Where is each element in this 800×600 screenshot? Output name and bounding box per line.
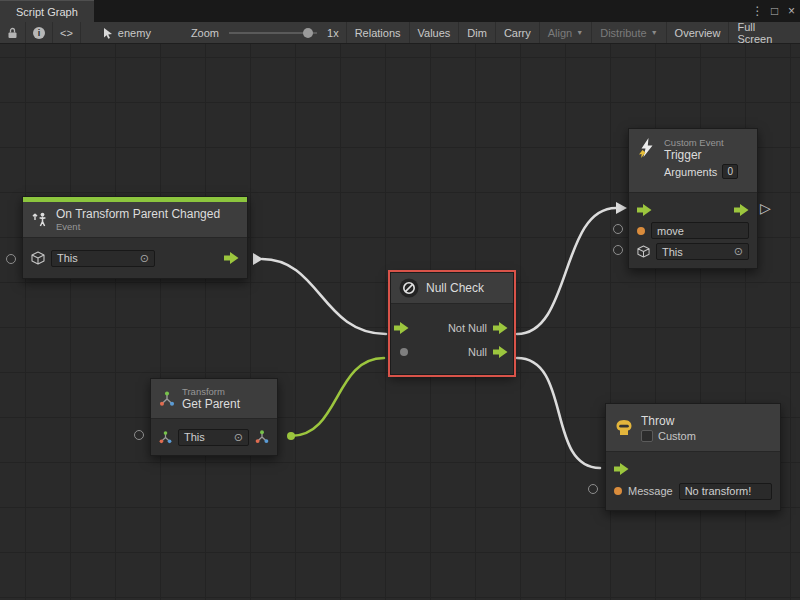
align-button[interactable]: Align ▼	[539, 22, 591, 43]
node-throw[interactable]: Throw Custom Message No transform!	[605, 403, 781, 511]
wire-notnull-to-trigger[interactable]	[517, 208, 616, 334]
unconnected-flow-port[interactable]: ▷	[760, 201, 771, 215]
window-menu-icon[interactable]: ⋮	[749, 0, 766, 22]
tab-label: Script Graph	[16, 6, 78, 18]
code-preview-button[interactable]: <>	[53, 22, 81, 43]
target-dropdown[interactable]: This ⊙	[656, 243, 749, 260]
graph-canvas[interactable]: On Transform Parent Changed Event This ⊙	[0, 44, 800, 600]
throw-message-port[interactable]	[588, 484, 598, 494]
arguments-row: Arguments 0	[664, 164, 738, 179]
message-field[interactable]: No transform!	[679, 483, 772, 500]
node-title: Get Parent	[182, 397, 240, 411]
event-target-port[interactable]	[6, 254, 16, 264]
node-header[interactable]: Custom Event Trigger Arguments 0	[629, 129, 757, 193]
flow-row	[629, 199, 757, 220]
not-null-label: Not Null	[448, 322, 487, 334]
carry-label: Carry	[504, 27, 531, 39]
values-button[interactable]: Values	[409, 22, 459, 43]
target-value: This	[57, 252, 78, 264]
name-input-port[interactable]	[637, 227, 645, 235]
custom-checkbox[interactable]	[641, 430, 653, 442]
arguments-count-field[interactable]: 0	[722, 164, 738, 179]
carry-button[interactable]: Carry	[495, 22, 539, 43]
node-trigger-custom-event[interactable]: Custom Event Trigger Arguments 0	[628, 128, 758, 269]
node-category: Transform	[182, 386, 240, 397]
node-header-text: On Transform Parent Changed Event	[56, 207, 220, 232]
zoom-slider-handle[interactable]	[303, 28, 313, 38]
flow-input-port[interactable]	[614, 463, 629, 475]
custom-row: Custom	[641, 430, 696, 442]
cube-icon	[31, 251, 45, 265]
node-title: Throw	[641, 414, 696, 428]
node-null-check[interactable]: Null Check Not Null Null	[390, 272, 514, 375]
relations-label: Relations	[355, 27, 401, 39]
target-value: This	[184, 431, 205, 443]
object-picker-icon: ⊙	[234, 431, 243, 444]
target-dropdown[interactable]: This ⊙	[178, 429, 249, 446]
inspect-button[interactable]: i	[26, 22, 53, 43]
tab-script-graph[interactable]: Script Graph	[0, 0, 94, 22]
null-row: Null	[391, 340, 513, 364]
close-icon[interactable]: ×	[783, 0, 800, 22]
overview-button[interactable]: Overview	[666, 22, 729, 43]
transform-output-port[interactable]	[255, 430, 269, 444]
cube-icon	[637, 245, 650, 258]
flow-output-port[interactable]	[734, 204, 749, 216]
node-subtitle: Event	[56, 221, 220, 232]
flow-input-port[interactable]	[394, 322, 409, 334]
object-picker-icon: ⊙	[140, 252, 149, 265]
trigger-target-port[interactable]	[613, 245, 623, 255]
node-on-transform-parent-changed[interactable]: On Transform Parent Changed Event This ⊙	[22, 196, 248, 279]
throw-error-icon	[614, 419, 634, 437]
node-header[interactable]: Throw Custom	[606, 404, 780, 452]
message-value: No transform!	[685, 485, 752, 497]
distribute-button[interactable]: Distribute ▼	[591, 22, 665, 43]
wire-event-to-nullcheck[interactable]	[262, 259, 386, 334]
null-output-port[interactable]	[493, 346, 508, 358]
zoom-control: Zoom 1x	[184, 22, 346, 43]
flow-output-port[interactable]	[224, 252, 239, 264]
code-icon: <>	[60, 27, 73, 39]
maximize-icon[interactable]: □	[766, 0, 783, 22]
null-check-icon	[399, 278, 419, 298]
target-dropdown[interactable]: This ⊙	[51, 250, 155, 267]
values-label: Values	[418, 27, 451, 39]
wire-start-triangle	[253, 253, 263, 265]
flow-input-port[interactable]	[637, 204, 652, 216]
flow-row	[606, 458, 780, 480]
get-parent-target-port[interactable]	[134, 430, 144, 440]
event-name-field[interactable]: move	[651, 222, 749, 239]
node-header[interactable]: Null Check	[391, 273, 513, 304]
null-input-port[interactable]	[400, 348, 408, 356]
relations-button[interactable]: Relations	[346, 22, 409, 43]
fullscreen-button[interactable]: Full Screen	[728, 22, 800, 43]
target-value: This	[662, 246, 683, 258]
wire-null-to-throw[interactable]	[517, 358, 600, 468]
node-header-text: Transform Get Parent	[182, 386, 240, 411]
dim-button[interactable]: Dim	[458, 22, 495, 43]
zoom-slider[interactable]	[229, 32, 317, 34]
target-row: This ⊙	[629, 241, 757, 262]
wire-getparent-to-nullcheck[interactable]	[291, 358, 384, 436]
message-input-port[interactable]	[614, 487, 622, 495]
trigger-name-port[interactable]	[613, 224, 623, 234]
toolbar-buttons: Relations Values Dim Carry Align ▼ Distr…	[346, 22, 800, 43]
title-bar: Script Graph ⋮ □ ×	[0, 0, 800, 22]
distribute-label: Distribute	[600, 27, 646, 39]
event-name-value: move	[657, 225, 684, 237]
fullscreen-label: Full Screen	[737, 21, 792, 45]
node-get-parent[interactable]: Transform Get Parent This ⊙	[150, 378, 278, 456]
not-null-output-port[interactable]	[493, 322, 508, 334]
node-header[interactable]: On Transform Parent Changed Event	[23, 202, 247, 238]
transform-input-icon	[159, 431, 172, 444]
graph-breadcrumb[interactable]: enemy	[95, 22, 158, 43]
arguments-label: Arguments	[664, 165, 717, 179]
node-header[interactable]: Transform Get Parent	[151, 379, 277, 419]
null-label: Null	[468, 346, 487, 358]
transform-parent-changed-icon	[31, 211, 49, 229]
graph-toolbar: i <> enemy Zoom 1x Relations Values Dim …	[0, 22, 800, 44]
lock-button[interactable]	[0, 22, 26, 43]
transform-icon	[159, 391, 175, 407]
message-row: Message No transform!	[606, 480, 780, 502]
info-icon: i	[33, 27, 45, 39]
